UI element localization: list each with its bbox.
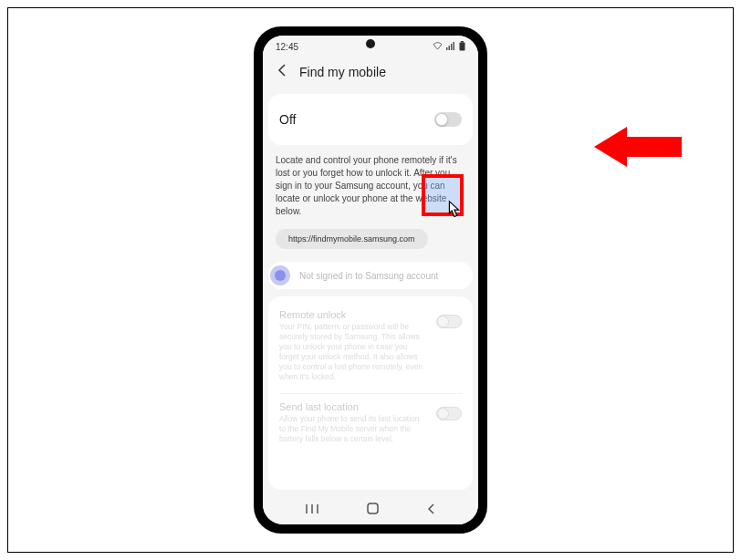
nav-bar [263, 493, 478, 524]
back-button[interactable] [274, 62, 292, 81]
settings-card: Remote unlock Your PIN, pattern, or pass… [268, 296, 473, 490]
svg-rect-2 [451, 44, 453, 50]
highlight-box [422, 174, 464, 216]
svg-rect-5 [460, 43, 465, 51]
screen: 12:45 Find my mobile [263, 36, 478, 524]
account-status-card[interactable]: Not signed in to Samsung account [268, 262, 473, 289]
account-status: Not signed in to Samsung account [299, 271, 438, 281]
setting-desc: Your PIN, pattern, or password will be s… [279, 322, 425, 382]
main-toggle[interactable] [434, 112, 462, 127]
svg-rect-1 [449, 46, 451, 50]
svg-rect-0 [446, 47, 448, 50]
setting-send-last-location: Send last location Allow your phone to s… [279, 398, 462, 451]
main-toggle-card: Off [268, 94, 473, 145]
signal-icon [446, 42, 455, 52]
callout-arrow [594, 127, 682, 167]
remote-unlock-toggle [436, 315, 462, 328]
main-toggle-label: Off [279, 112, 296, 127]
svg-rect-3 [454, 42, 455, 50]
home-button[interactable] [367, 503, 379, 517]
phone-frame: 12:45 Find my mobile [254, 26, 487, 534]
setting-title: Send last location [279, 401, 425, 412]
setting-title: Remote unlock [279, 309, 425, 320]
send-last-location-toggle [436, 407, 462, 420]
status-icons [433, 41, 465, 53]
recents-button[interactable] [306, 503, 318, 517]
account-icon [270, 265, 290, 285]
svg-rect-9 [368, 503, 378, 513]
wifi-icon [433, 42, 443, 52]
website-link[interactable]: https://findmymobile.samsung.com [276, 229, 428, 249]
page-title: Find my mobile [299, 65, 386, 79]
svg-rect-4 [461, 41, 464, 43]
setting-remote-unlock: Remote unlock Your PIN, pattern, or pass… [279, 306, 462, 389]
cursor-icon [444, 200, 464, 222]
camera-notch [366, 39, 375, 48]
nav-back-button[interactable] [427, 503, 436, 517]
page-header: Find my mobile [263, 55, 478, 90]
clock: 12:45 [276, 42, 298, 52]
battery-icon [459, 41, 465, 53]
setting-desc: Allow your phone to send its last locati… [279, 414, 425, 444]
